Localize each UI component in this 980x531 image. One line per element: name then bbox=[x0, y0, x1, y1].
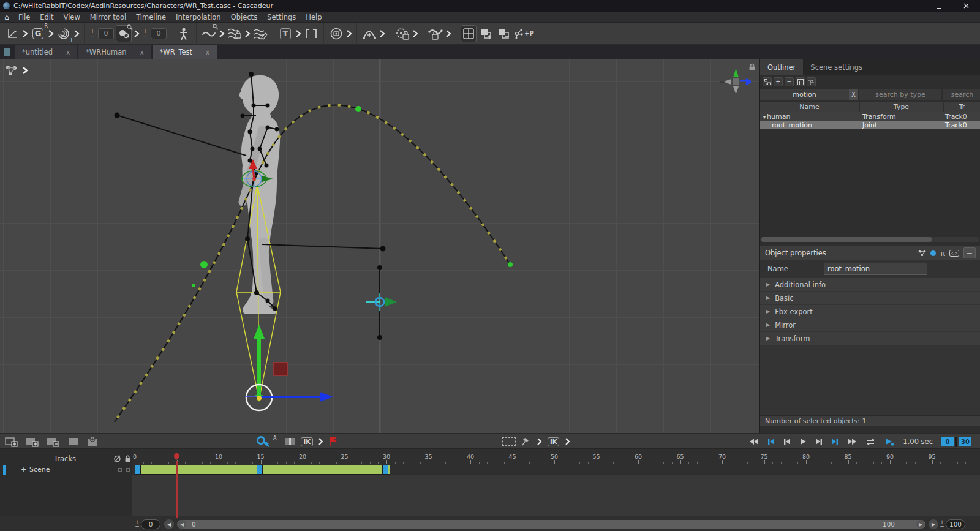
rewind-icon[interactable] bbox=[749, 438, 759, 445]
trajectory-key[interactable] bbox=[200, 261, 208, 268]
panel-tab-outliner[interactable]: Outliner bbox=[760, 59, 803, 75]
chevron-icon[interactable] bbox=[412, 29, 418, 39]
search-clear-button[interactable]: X bbox=[849, 89, 858, 100]
keyframe-marker[interactable] bbox=[257, 465, 263, 475]
search-type-input[interactable] bbox=[859, 89, 941, 100]
copy-remove-button[interactable] bbox=[496, 25, 512, 42]
flag-icon[interactable] bbox=[328, 436, 338, 447]
frame-duration[interactable]: 1.00 sec bbox=[903, 437, 933, 446]
chevron-icon[interactable] bbox=[48, 29, 54, 39]
play-scene-icon[interactable] bbox=[884, 438, 894, 446]
outliner-scrollbar[interactable] bbox=[761, 237, 979, 242]
chevron-icon[interactable] bbox=[318, 437, 323, 446]
spinner-left[interactable]: +− bbox=[89, 29, 96, 39]
timeline-track-area[interactable] bbox=[132, 475, 980, 516]
fixed-interpolation-button[interactable] bbox=[227, 25, 243, 42]
chevron-icon[interactable] bbox=[379, 29, 385, 39]
sync-selection-button[interactable] bbox=[807, 77, 816, 86]
scene-checkbox-2[interactable] bbox=[126, 468, 130, 472]
frame-spinner-right[interactable]: +− bbox=[938, 520, 946, 529]
loop-icon[interactable] bbox=[865, 438, 876, 446]
auto-key-icon[interactable] bbox=[256, 435, 271, 448]
step-forward-icon[interactable] bbox=[815, 438, 823, 445]
text-tool-button[interactable]: T bbox=[277, 25, 293, 42]
scene-canvas[interactable] bbox=[0, 59, 760, 433]
timeline-scrollbar[interactable]: ◀ 0 100 ▶ bbox=[177, 520, 925, 529]
trajectory-end-key[interactable] bbox=[508, 262, 513, 267]
secondary-gizmo[interactable] bbox=[366, 293, 397, 311]
character-button[interactable] bbox=[176, 25, 192, 42]
trajectory-arc[interactable] bbox=[115, 105, 510, 422]
section-mirror[interactable]: ▶Mirror bbox=[760, 318, 980, 331]
chevron-icon[interactable] bbox=[295, 29, 301, 39]
frame-start-input[interactable]: 0 bbox=[141, 519, 160, 529]
code-view-icon[interactable] bbox=[949, 247, 959, 258]
frame-end-input[interactable]: 100 bbox=[946, 519, 965, 529]
chevron-icon[interactable] bbox=[74, 29, 80, 39]
remove-clip-icon[interactable] bbox=[47, 436, 60, 447]
autoposing-button[interactable] bbox=[116, 25, 132, 42]
expand-all-button[interactable]: + bbox=[774, 77, 783, 86]
node-graph-icon[interactable] bbox=[5, 64, 18, 77]
playhead-line[interactable] bbox=[176, 461, 178, 518]
chevron-icon[interactable] bbox=[134, 29, 140, 39]
name-value-input[interactable]: root_motion bbox=[824, 263, 927, 275]
chevron-icon[interactable] bbox=[244, 29, 251, 39]
collapse-all-button[interactable]: − bbox=[785, 77, 794, 86]
viewport-3d[interactable] bbox=[0, 59, 760, 433]
pivot-rotation-button[interactable]: L bbox=[56, 25, 72, 42]
menu-mirror-tool[interactable]: Mirror tool bbox=[85, 12, 131, 23]
animation-interval-bar[interactable] bbox=[135, 465, 390, 475]
menu-objects[interactable]: Objects bbox=[226, 12, 262, 23]
show-hierarchy-button[interactable] bbox=[796, 77, 805, 86]
add-track-icon[interactable] bbox=[87, 436, 98, 447]
point-lock-button[interactable] bbox=[394, 25, 410, 42]
interpolation-track-button[interactable] bbox=[201, 25, 217, 42]
frame-spinner-left[interactable]: +− bbox=[134, 520, 141, 529]
chevron-icon[interactable] bbox=[22, 66, 28, 75]
ik-selection-button[interactable]: IK bbox=[548, 437, 559, 446]
pi-expressions-icon[interactable]: π bbox=[940, 247, 945, 258]
table-row[interactable]: root_motionJointTrack0 bbox=[760, 121, 980, 129]
tab-WR_Test[interactable]: *WR_Testx bbox=[153, 45, 217, 59]
search-name-input[interactable] bbox=[760, 89, 849, 100]
tab-close-button[interactable]: x bbox=[140, 49, 144, 56]
scrollbar-thumb[interactable] bbox=[761, 237, 932, 242]
scene-checkbox-1[interactable] bbox=[118, 468, 122, 472]
menu-interpolation[interactable]: Interpolation bbox=[171, 12, 226, 23]
selection-box-icon[interactable] bbox=[502, 437, 516, 446]
chevron-icon[interactable] bbox=[22, 29, 28, 39]
pin-icon[interactable] bbox=[521, 437, 531, 446]
home-icon[interactable]: ⌂ bbox=[0, 13, 13, 21]
add-point-controller-button[interactable]: +P bbox=[514, 25, 534, 42]
section-additional-info[interactable]: ▶Additional info bbox=[760, 278, 980, 291]
section-fbx-export[interactable]: ▶Fbx export bbox=[760, 305, 980, 318]
range-end-input[interactable]: 30 bbox=[959, 437, 971, 446]
section-basic[interactable]: ▶Basic bbox=[760, 292, 980, 304]
interpolation-edit-button[interactable] bbox=[252, 25, 268, 42]
table-row[interactable]: ▾humanTransformTrack0 bbox=[760, 112, 980, 121]
trajectory-add-button[interactable] bbox=[361, 25, 377, 42]
menu-help[interactable]: Help bbox=[301, 12, 326, 23]
link-mode-icon[interactable] bbox=[918, 247, 926, 258]
trajectory-apex-key[interactable] bbox=[355, 106, 361, 112]
menu-settings[interactable]: Settings bbox=[262, 12, 301, 23]
menu-file[interactable]: File bbox=[13, 12, 35, 23]
new-clip-icon[interactable] bbox=[5, 436, 18, 447]
chevron-icon[interactable] bbox=[537, 437, 542, 446]
copy-add-button[interactable] bbox=[478, 25, 494, 42]
menu-timeline[interactable]: Timeline bbox=[131, 12, 171, 23]
fast-forward-icon[interactable] bbox=[847, 438, 857, 445]
tab-close-button[interactable]: x bbox=[206, 49, 209, 56]
sphere-filter-icon[interactable] bbox=[930, 247, 936, 258]
panel-menu-icon[interactable]: ≡ bbox=[963, 247, 976, 258]
ik-mode-button[interactable]: IK bbox=[301, 437, 312, 446]
camera-tool-button[interactable] bbox=[328, 25, 344, 42]
spinner-right-value[interactable]: 0 bbox=[151, 28, 167, 39]
scroll-right-button[interactable]: ▶ bbox=[929, 519, 938, 529]
maximize-button[interactable] bbox=[925, 0, 952, 12]
global-mode-button[interactable]: G R bbox=[30, 25, 46, 42]
timeline-ruler[interactable]: 05101520253035404550556065707580859095 bbox=[0, 453, 980, 464]
chevron-icon[interactable] bbox=[219, 29, 225, 39]
viewport-display-widget[interactable] bbox=[5, 64, 28, 77]
